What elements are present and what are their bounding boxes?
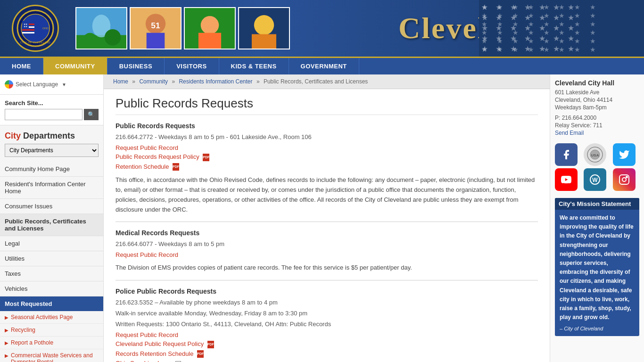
sidebar-public-records[interactable]: Public Records, Certificates and License… [0,214,103,236]
wordpress-icon[interactable]: W [584,168,606,191]
ohio-sunshine-laws-link[interactable]: Ohio Sunshine Laws ⊞ [116,360,538,362]
city-hall-info: Cleveland City Hall 601 Lakeside Ave Cle… [555,79,639,136]
svg-text:51: 51 [151,21,160,30]
retention-schedule-link-1[interactable]: Retention Schedule PDF [116,163,538,171]
mission-text: We are committed to improving the qualit… [560,214,635,322]
city-word: City [5,131,21,140]
city-departments-select[interactable]: City Departments [0,144,103,162]
search-row: 🔍 [5,109,99,120]
most-requested-seasonal: ▶ Seasonal Activities Page [0,311,103,324]
bullet-arrow: ▶ [5,353,8,358]
commercial-waste-link[interactable]: Commercial Waste Services and Dumpster R… [11,352,99,362]
pdf-icon: PDF [173,163,179,171]
page-layout: Select Language ▼ Search Site... 🔍 City … [0,74,644,362]
city-hall-phone: P: 216.664.2000 [555,115,639,121]
send-email-link[interactable]: Send Email [555,130,584,136]
breadcrumb-sep-1: » [132,78,135,85]
police-records-contact-1: 216.623.5352 – Available by phone weekda… [116,299,538,306]
request-public-record-link-1[interactable]: Request Public Record [116,144,538,151]
request-public-record-link-2[interactable]: Request Public Record [116,251,538,258]
city-logo: ★★ ★★ CITY OF CLEVELAND OHIO [0,0,71,57]
twitter-icon[interactable] [613,143,636,166]
sidebar-legal[interactable]: Legal [0,236,103,251]
svg-rect-22 [198,33,221,49]
breadcrumb-current: Public Records, Certificates and License… [264,78,368,85]
public-records-description: This office, in accordance with the Ohio… [116,175,538,214]
sidebar-consumer-issues[interactable]: Consumer Issues [0,199,103,214]
sidebar-community-home[interactable]: Community Home Page [0,162,103,177]
city-hall-relay: Relay Service: 711 [555,122,639,129]
language-selector[interactable]: Select Language ▼ [0,74,103,95]
most-requested-recycling: ▶ Recycling [0,324,103,337]
public-records-section: Public Records Requests 216.664.2772 - W… [116,122,538,214]
government-seal-icon[interactable]: USA [584,143,606,166]
svg-rect-18 [147,33,165,49]
search-label: Search Site... [5,99,99,107]
header-photo-2: 51 [130,7,182,49]
most-requested-header: Most Requested [0,296,103,311]
search-input[interactable] [5,109,83,120]
language-label: Select Language [16,81,58,88]
report-pothole-link[interactable]: Report a Pothole [11,339,53,346]
bullet-arrow: ▶ [5,315,8,320]
search-section: Search Site... 🔍 [0,95,103,125]
svg-text:W: W [593,177,598,183]
city-hall-address-2: Cleveland, Ohio 44114 [555,97,639,103]
mission-signature: – City of Cleveland [560,326,635,331]
nav-business[interactable]: BUSINESS [107,58,165,74]
breadcrumb-sep-2: » [172,78,175,85]
sidebar-utilities[interactable]: Utilities [0,251,103,266]
breadcrumb: Home » Community » Residents Information… [104,74,550,89]
header-photos: 51 [71,2,295,54]
police-records-title: Police Public Records Requests [116,288,538,295]
svg-text:OHIO: OHIO [42,27,49,30]
city-hall-address-1: 601 Lakeside Ave [555,89,639,96]
mission-title: City's Mission Statement [555,198,639,210]
seasonal-activities-link[interactable]: Seasonal Activities Page [11,314,73,321]
nav-home[interactable]: HOME [0,58,43,74]
instagram-icon[interactable] [613,168,636,191]
records-retention-schedule-link[interactable]: Records Retention Schedule PDF [116,350,538,358]
request-public-record-link-3[interactable]: Request Public Record [116,331,538,338]
nav-government[interactable]: GOVERNMENT [289,58,359,74]
facebook-icon[interactable] [555,143,578,166]
sidebar-residents-info[interactable]: Resident's Information Center Home [0,177,103,199]
recycling-link[interactable]: Recycling [11,327,35,333]
pdf-icon: PDF [203,154,209,161]
section-divider-1 [116,222,538,222]
main-content: Home » Community » Residents Information… [104,74,550,362]
medical-records-description: The Division of EMS provides copies of p… [116,263,538,273]
nav-kids-teens[interactable]: KIDS & TEENS [219,58,289,74]
header-photo-4 [238,7,290,49]
search-button[interactable]: 🔍 [84,109,99,120]
svg-text:CITY OF CLEVELAND: CITY OF CLEVELAND [20,41,50,44]
breadcrumb-home[interactable]: Home [113,78,128,85]
most-requested-waste: ▶ Commercial Waste Services and Dumpster… [0,349,103,362]
header-photo-1 [75,7,127,49]
google-logo [5,80,13,89]
sidebar-taxes[interactable]: Taxes [0,266,103,281]
breadcrumb-residents[interactable]: Residents Information Center [179,78,252,85]
public-records-policy-link[interactable]: Public Records Request Policy PDF [116,153,538,161]
sidebar-vehicles[interactable]: Vehicles [0,281,103,296]
departments-dropdown[interactable]: City Departments [5,144,99,157]
youtube-icon[interactable] [555,168,578,191]
medical-records-title: Medical Records Requests [116,229,538,237]
cleveland-public-request-link[interactable]: Cleveland Public Request Policy PDF [116,340,538,348]
left-sidebar: Select Language ▼ Search Site... 🔍 City … [0,74,104,362]
dropdown-arrow: ▼ [62,82,66,87]
page-title: Public Records Requests [116,96,538,115]
nav-community[interactable]: COMMUNITY [43,58,107,74]
nav-visitors[interactable]: VISITORS [165,58,219,74]
svg-point-36 [626,176,627,178]
depts-word: Departments [21,131,75,140]
public-records-title: Public Records Requests [116,122,538,130]
breadcrumb-community[interactable]: Community [139,78,168,85]
social-icons: USA W [555,143,639,191]
city-hall-title: Cleveland City Hall [555,79,639,87]
most-requested-label: Most Requested [5,300,52,307]
pdf-icon: PDF [207,341,214,348]
police-records-section: Police Public Records Requests 216.623.5… [116,288,538,362]
svg-text:USA: USA [591,153,599,157]
main-nav: HOME COMMUNITY BUSINESS VISITORS KIDS & … [0,57,644,74]
